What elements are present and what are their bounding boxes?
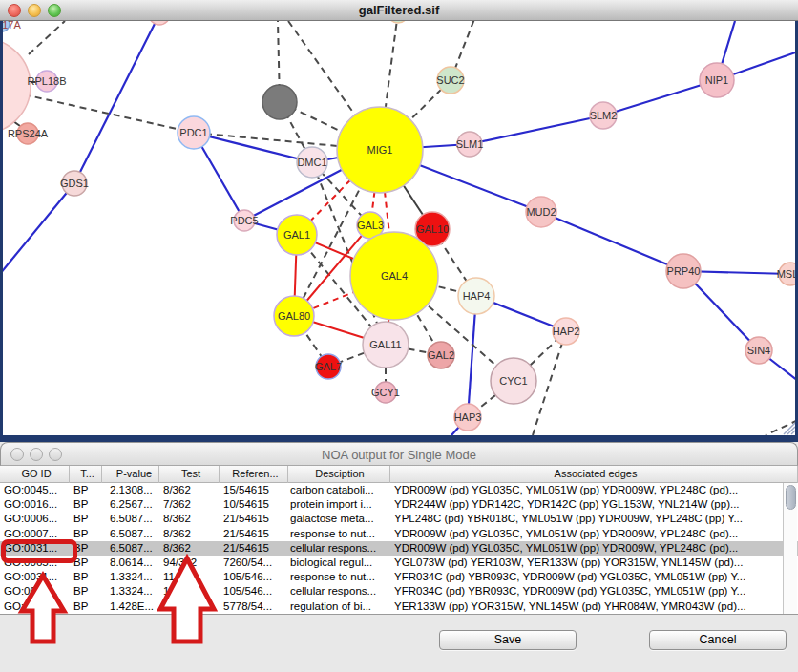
column-header-p-value[interactable]: P-value bbox=[102, 466, 159, 483]
noa-window-titlebar[interactable]: NOA output for Single Mode bbox=[0, 442, 798, 466]
scrollbar-thumb[interactable] bbox=[786, 485, 796, 510]
node-label: RPS24A bbox=[8, 128, 49, 139]
network-node-GAL11[interactable]: GAL11 bbox=[363, 322, 409, 368]
network-node-GAL1[interactable]: GAL1 bbox=[277, 215, 317, 255]
network-node-GAL4[interactable]: GAL4 bbox=[350, 232, 438, 320]
cell-test: 8/362 bbox=[159, 527, 220, 541]
network-node-GAL80[interactable]: GAL80 bbox=[274, 296, 314, 336]
network-edge-blue[interactable] bbox=[541, 212, 683, 271]
table-row-selected[interactable]: GO:0031...BP6.5087...8/36221/54615cellul… bbox=[0, 541, 798, 556]
cell-type: BP bbox=[70, 512, 102, 526]
table-row[interactable]: GO:0050...BP1.428E...80/3625778/54...reg… bbox=[0, 599, 798, 614]
network-node-SLM2[interactable]: SLM2 bbox=[590, 102, 618, 129]
cell-go_id: GO:0016... bbox=[0, 497, 70, 512]
table-row[interactable]: GO:0031...BP1.3324...11/362105/546...cel… bbox=[0, 584, 798, 598]
network-node-HAP3[interactable]: HAP3 bbox=[454, 404, 482, 430]
table-row[interactable]: GO:0045...BP2.1308...8/36215/54615carbon… bbox=[0, 483, 798, 497]
network-node-GAL7[interactable]: GAL7 bbox=[315, 354, 342, 379]
table-row[interactable]: GO:0065...BP8.0614...94/3627260/54...bio… bbox=[0, 556, 798, 570]
cell-reference: 21/54615 bbox=[220, 512, 288, 526]
network-window-titlebar[interactable]: galFiltered.sif bbox=[0, 0, 798, 21]
cancel-button[interactable]: Cancel bbox=[649, 630, 787, 650]
button-panel: Save Cancel bbox=[0, 614, 798, 672]
network-node-MIG1[interactable]: MIG1 bbox=[337, 107, 423, 193]
column-header-type[interactable]: T... bbox=[70, 466, 102, 483]
network-node-PDC5[interactable]: PDC5 bbox=[230, 210, 258, 231]
cell-edges: YPL248C (pd) YBR018C, YML051W (pp) YDR00… bbox=[390, 512, 798, 526]
network-edge-blue[interactable] bbox=[74, 21, 159, 183]
network-edge-blue[interactable] bbox=[3, 183, 74, 274]
network-node-MUD2[interactable]: MUD2 bbox=[526, 197, 556, 227]
node-label: PDC1 bbox=[179, 127, 207, 138]
table-row[interactable]: GO:0006...BP6.5087...8/36221/54615galact… bbox=[0, 512, 798, 526]
cell-p_value: 6.5087... bbox=[102, 512, 159, 526]
network-edge-dash[interactable] bbox=[29, 21, 65, 54]
node-label: GAL7 bbox=[315, 361, 342, 372]
network-node-17A[interactable]: 17A bbox=[3, 21, 21, 32]
network-node-SUC2[interactable]: SUC2 bbox=[436, 67, 464, 94]
cell-type: BP bbox=[70, 527, 102, 541]
cell-description: galactose meta... bbox=[288, 512, 390, 526]
cell-test: 8/362 bbox=[159, 483, 220, 497]
cell-edges: YDR009W (pd) YGL035C, YML051W (pp) YDR00… bbox=[390, 527, 798, 541]
network-node-unlabeled[interactable] bbox=[262, 85, 297, 119]
cell-description: regulation of bi... bbox=[288, 599, 390, 614]
node-label: MIG1 bbox=[368, 144, 393, 156]
save-button[interactable]: Save bbox=[439, 630, 577, 650]
cell-description: cellular respons... bbox=[288, 584, 390, 598]
cell-go_id: GO:0007... bbox=[0, 527, 70, 541]
node-label: SLM1 bbox=[456, 138, 484, 150]
network-node-HAP2[interactable]: HAP2 bbox=[553, 318, 580, 345]
cell-go_id: GO:0006... bbox=[0, 512, 70, 526]
table-scrollbar[interactable] bbox=[783, 483, 797, 614]
network-node-GDS1[interactable]: GDS1 bbox=[60, 171, 89, 196]
noa-window-title: NOA output for Single Mode bbox=[1, 443, 797, 467]
network-edge-blue[interactable] bbox=[194, 133, 312, 162]
network-node-unlabeled[interactable] bbox=[388, 21, 409, 23]
cell-p_value: 6.5087... bbox=[102, 541, 159, 556]
network-node-DMC1[interactable]: DMC1 bbox=[297, 147, 327, 178]
column-header-associated-edges[interactable]: Associated edges bbox=[390, 466, 798, 483]
noa-output-window: NOA output for Single Mode GO ID T... P-… bbox=[0, 442, 798, 672]
cell-test: 80/362 bbox=[159, 599, 220, 614]
network-node-NIP1[interactable]: NIP1 bbox=[700, 63, 734, 97]
cell-go_id: GO:0031... bbox=[0, 541, 70, 556]
column-header-description[interactable]: Desciption bbox=[288, 466, 390, 483]
network-node-GCY1[interactable]: GCY1 bbox=[371, 382, 400, 403]
cell-reference: 7260/54... bbox=[220, 556, 288, 570]
network-node-PDC1[interactable]: PDC1 bbox=[178, 116, 210, 149]
network-node-SIN4[interactable]: SIN4 bbox=[746, 337, 772, 364]
network-canvas[interactable]: 17ARPL18BRPS24AGDS1PDC1PDC5MIG1SUC2SLM1D… bbox=[3, 21, 795, 435]
table-row[interactable]: GO:0007...BP6.5087...8/36221/54615respon… bbox=[0, 527, 798, 541]
network-node-PRP40[interactable]: PRP40 bbox=[666, 254, 701, 288]
network-node-CYC1[interactable]: CYC1 bbox=[491, 358, 536, 404]
network-edge-blue[interactable] bbox=[470, 116, 603, 144]
network-window: galFiltered.sif 17ARPL18BRPS24AGDS1PDC1P… bbox=[0, 0, 798, 442]
node-label: GDS1 bbox=[60, 178, 89, 189]
column-header-go-id[interactable]: GO ID bbox=[0, 466, 70, 483]
cell-description: response to nut... bbox=[288, 527, 390, 541]
cell-p_value: 1.3324... bbox=[102, 584, 159, 598]
cell-test: 94/362 bbox=[159, 556, 220, 570]
cell-edges: YGL073W (pd) YER103W, YER133W (pp) YOR31… bbox=[390, 556, 798, 570]
table-row[interactable]: GO:0031...BP1.3324...11/362105/546...res… bbox=[0, 570, 798, 584]
node-label: HAP2 bbox=[553, 326, 580, 337]
network-node-RPL18B[interactable]: RPL18B bbox=[28, 71, 67, 92]
network-node-SLM1[interactable]: SLM1 bbox=[456, 132, 484, 157]
network-node-GAL2[interactable]: GAL2 bbox=[428, 342, 454, 368]
cell-edges: YER133W (pp) YOR315W, YNL145W (pd) YHR08… bbox=[390, 599, 798, 614]
cell-reference: 21/54615 bbox=[220, 541, 288, 556]
column-header-reference[interactable]: Referen... bbox=[220, 466, 288, 483]
cell-go_id: GO:0065... bbox=[0, 556, 70, 570]
network-node-HAP4[interactable]: HAP4 bbox=[458, 278, 494, 314]
network-node-unlabeled[interactable] bbox=[149, 21, 170, 25]
window-title: galFiltered.sif bbox=[0, 0, 798, 21]
cell-p_value: 6.5087... bbox=[102, 527, 159, 541]
cell-reference: 105/546... bbox=[220, 570, 288, 584]
network-node-RPS24A[interactable]: RPS24A bbox=[8, 123, 49, 144]
resize-grip-icon[interactable] bbox=[784, 423, 795, 434]
table-row[interactable]: GO:0016...BP6.2567...7/36210/54615protei… bbox=[0, 497, 798, 512]
network-node-MSL5[interactable]: MSL5 bbox=[777, 262, 795, 285]
cell-edges: YFR034C (pd) YBR093C, YDR009W (pd) YGL03… bbox=[390, 584, 798, 598]
column-header-test[interactable]: Test bbox=[159, 466, 220, 483]
